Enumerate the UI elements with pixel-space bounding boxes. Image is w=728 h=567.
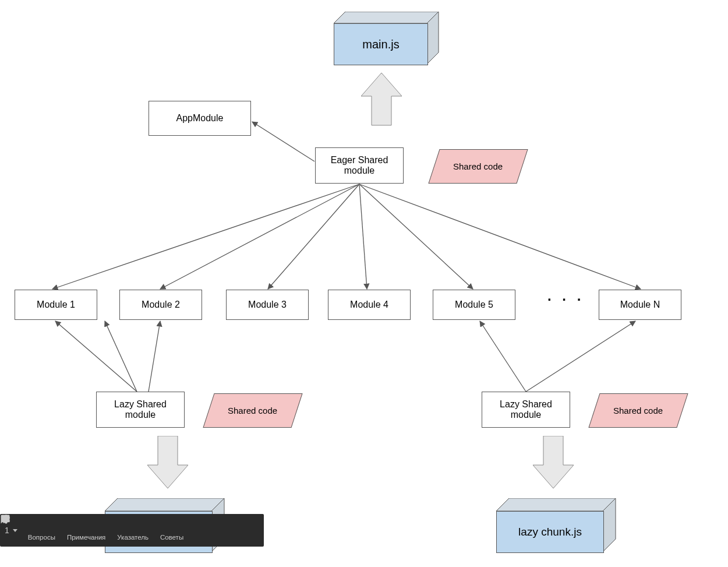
shared-left-label: Shared code [228, 406, 277, 415]
toolbar-questions[interactable]: Вопросы [22, 520, 61, 541]
lazy-left-label: Lazy Shared module [114, 399, 167, 420]
module-4-label: Module 4 [350, 300, 388, 310]
cube-main: main.js [334, 12, 444, 70]
module-5-label: Module 5 [455, 300, 493, 310]
edge-lazyr-m5 [480, 321, 526, 392]
toolbar-label-1: Примечания [67, 534, 105, 541]
cube-main-front: main.js [334, 23, 428, 65]
box-module-5: Module 5 [433, 290, 515, 320]
gear-icon [0, 514, 10, 524]
lazy-right-label: Lazy Shared module [500, 399, 552, 420]
shared-right-label: Shared code [613, 406, 663, 415]
box-lazy-right: Lazy Shared module [482, 392, 570, 428]
edge-lazyl-m1 [55, 321, 137, 392]
svg-marker-5 [496, 498, 616, 511]
cube-main-label: main.js [362, 38, 399, 51]
box-eager-shared: Eager Shared module [315, 147, 404, 184]
para-shared-left: Shared code [203, 393, 302, 428]
svg-marker-2 [361, 73, 402, 125]
presentation-toolbar: 1 Вопросы Примечания Указатель Советы [0, 514, 264, 547]
edge-eager-m2 [160, 184, 359, 289]
edge-lazyr-mn [526, 321, 635, 392]
box-appmodule: AppModule [149, 101, 251, 136]
dots: . . . [547, 288, 584, 304]
toolbar-label-3: Советы [160, 534, 183, 541]
notes-icon [80, 520, 92, 532]
pointer-icon [127, 520, 139, 532]
slide-number: 1 [5, 526, 9, 535]
toolbar-pointer[interactable]: Указатель [111, 520, 154, 541]
toolbar-tips[interactable]: Советы [154, 520, 189, 541]
svg-marker-4 [533, 436, 574, 488]
module-3-label: Module 3 [248, 300, 287, 310]
svg-marker-3 [147, 436, 188, 488]
module-n-label: Module N [620, 300, 660, 310]
info-icon [166, 520, 178, 532]
toolbar-label-2: Указатель [117, 534, 149, 541]
toolbar-notes[interactable]: Примечания [61, 520, 111, 541]
box-module-2: Module 2 [119, 290, 202, 320]
cube-lazy-right-label: lazy chunk.js [518, 526, 582, 538]
cube-lazy-right-front: lazy chunk.js [496, 511, 604, 553]
box-module-1: Module 1 [15, 290, 97, 320]
slide-selector[interactable]: 1 [0, 526, 22, 535]
box-lazy-left: Lazy Shared module [96, 392, 185, 428]
svg-marker-7 [105, 498, 224, 511]
eager-shared-label: Eager Shared module [331, 155, 388, 176]
box-module-3: Module 3 [226, 290, 309, 320]
shared-code-top-label: Shared code [453, 161, 503, 171]
chat-icon [36, 520, 47, 532]
edge-lazyl-m2 [149, 321, 160, 392]
box-module-4: Module 4 [328, 290, 411, 320]
cube-lazy-right: lazy chunk.js [496, 498, 621, 557]
edge-eager-m4 [359, 184, 367, 289]
edge-lazyl-m1b [105, 321, 137, 392]
chevron-down-icon [13, 529, 17, 532]
appmodule-label: AppModule [176, 113, 224, 124]
para-shared-right: Shared code [588, 393, 688, 428]
toolbar-label-0: Вопросы [28, 534, 55, 541]
svg-marker-0 [334, 12, 439, 23]
module-2-label: Module 2 [142, 300, 180, 310]
edge-eager-mn [359, 184, 641, 289]
edge-eager-m5 [359, 184, 473, 289]
box-module-n: Module N [599, 290, 681, 320]
para-shared-top: Shared code [428, 149, 528, 184]
module-1-label: Module 1 [37, 300, 75, 310]
edge-eager-to-app [252, 122, 314, 161]
